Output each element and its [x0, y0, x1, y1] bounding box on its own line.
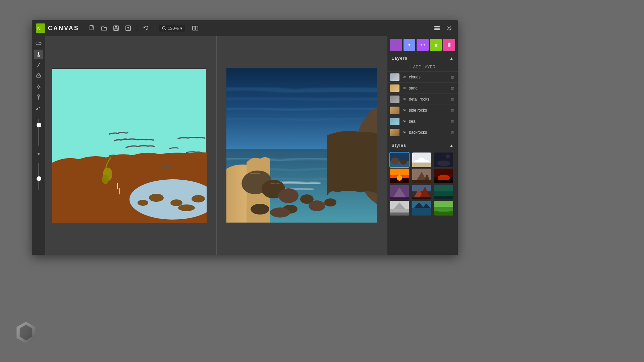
color-swatch-4[interactable] [430, 39, 442, 51]
brush-tool-button[interactable] [34, 50, 43, 59]
layer-delete-side-rocks[interactable]: 🗑 [450, 108, 455, 113]
svg-rect-4 [115, 26, 117, 27]
export-button[interactable] [123, 23, 133, 33]
style-clouds[interactable] [412, 153, 431, 167]
settings-button[interactable] [444, 23, 454, 33]
layer-visibility-sand[interactable]: 👁 [401, 85, 407, 91]
layer-visibility-clouds[interactable]: 👁 [401, 74, 407, 80]
main-content: ✦ ✦✦ Layers ▲ + ADD LAYER [32, 36, 458, 255]
style-sunset2[interactable] [434, 169, 453, 183]
layers-section-header[interactable]: Layers ▲ [387, 54, 458, 63]
svg-rect-5 [115, 28, 117, 30]
open-file-button[interactable] [99, 23, 109, 33]
panels-button[interactable] [432, 23, 442, 33]
layer-visibility-detail-rocks[interactable]: 👁 [401, 97, 407, 102]
layer-delete-backrocks[interactable]: 🗑 [450, 130, 455, 135]
style-teal[interactable] [434, 185, 453, 199]
layer-delete-sea[interactable]: 🗑 [450, 119, 455, 124]
svg-point-32 [149, 194, 164, 202]
layer-visibility-backrocks[interactable]: 👁 [401, 130, 407, 135]
layer-delete-detail-rocks[interactable]: 🗑 [450, 97, 455, 102]
style-misty[interactable] [390, 201, 409, 216]
svg-point-34 [192, 195, 205, 202]
svg-rect-13 [434, 28, 440, 29]
style-red-mountain[interactable] [412, 185, 431, 199]
eraser-tool-button[interactable] [34, 71, 43, 80]
layer-item-side-rocks[interactable]: 👁 side rocks 🗑 [387, 105, 458, 116]
style-dark[interactable] [434, 153, 453, 167]
svg-point-54 [391, 158, 399, 164]
styles-label: Styles [391, 143, 406, 148]
new-file-button[interactable] [87, 23, 97, 33]
drawing-canvas[interactable] [52, 68, 206, 223]
right-panel: ✦ ✦✦ Layers ▲ + ADD LAYER [387, 36, 458, 255]
styles-chevron-icon: ▲ [449, 143, 454, 148]
color-swatch-1[interactable] [390, 39, 402, 51]
zoom-value: 130% [168, 26, 179, 31]
style-purple-mountain[interactable] [390, 185, 409, 199]
svg-rect-10 [193, 26, 195, 30]
svg-point-23 [38, 95, 40, 97]
color-swatches: ✦ ✦✦ [387, 36, 458, 54]
svg-line-9 [165, 29, 166, 30]
svg-rect-2 [90, 25, 93, 30]
color-swatch-3[interactable]: ✦✦ [417, 39, 429, 51]
pencil-tool-button[interactable] [34, 60, 43, 70]
eyedropper-tool-button[interactable] [34, 93, 43, 102]
layer-thumb-backrocks [390, 129, 399, 136]
svg-rect-50 [448, 43, 450, 47]
style-sunset[interactable] [390, 169, 409, 183]
view-toggle-button[interactable] [191, 23, 200, 33]
layer-visibility-side-rocks[interactable]: 👁 [401, 108, 407, 113]
color-swatch-2[interactable]: ✦ [404, 39, 416, 51]
layer-visibility-sea[interactable]: 👁 [401, 119, 407, 124]
svg-point-60 [437, 161, 450, 166]
titlebar: N CANVAS 130% ▾ [32, 20, 458, 36]
svg-point-17 [38, 55, 40, 57]
zoom-control[interactable]: 130% ▾ [159, 25, 185, 32]
reference-panel [220, 53, 377, 238]
app-title: CANVAS [48, 25, 79, 32]
layer-item-detail-rocks[interactable]: 👁 detail rocks 🗑 [387, 94, 458, 105]
style-valley[interactable] [434, 201, 453, 216]
layer-thumb-detail-rocks [390, 96, 399, 103]
zoom-dropdown-icon: ▾ [180, 26, 182, 31]
smudge-tool-button[interactable] [34, 103, 43, 113]
style-rocky-coast[interactable] [390, 153, 409, 167]
svg-rect-82 [434, 185, 453, 191]
cloud-tool-button[interactable] [34, 39, 43, 48]
style-mountain[interactable] [412, 169, 431, 183]
svg-rect-69 [412, 180, 431, 183]
save-file-button[interactable] [111, 23, 121, 33]
app-window: N CANVAS 130% ▾ [32, 20, 458, 255]
svg-point-33 [170, 199, 182, 206]
svg-line-18 [38, 63, 40, 67]
svg-rect-94 [434, 201, 453, 207]
layer-item-sand[interactable]: 👁 sand 🗑 [387, 83, 458, 94]
layer-item-clouds[interactable]: 👁 clouds 🗑 [387, 72, 458, 83]
styles-section-header[interactable]: Styles ▲ [387, 141, 458, 150]
style-lake[interactable] [412, 201, 431, 216]
brush-size-slider-container [38, 119, 40, 190]
brush-opacity-slider[interactable] [38, 163, 39, 190]
svg-marker-49 [434, 43, 438, 47]
svg-rect-83 [434, 191, 453, 196]
layer-delete-sand[interactable]: 🗑 [450, 85, 455, 91]
add-layer-button[interactable]: + ADD LAYER [387, 63, 458, 72]
color-swatch-5[interactable] [443, 39, 455, 51]
layer-item-backrocks[interactable]: 👁 backrocks 🗑 [387, 127, 458, 138]
svg-point-36 [178, 204, 195, 211]
svg-text:N: N [37, 26, 41, 31]
svg-point-15 [448, 27, 450, 29]
svg-point-96 [436, 208, 451, 212]
layer-name-side-rocks: side rocks [409, 108, 448, 113]
svg-point-26 [36, 109, 38, 110]
titlebar-right [432, 23, 454, 33]
fill-tool-button[interactable] [34, 82, 43, 91]
layer-item-sea[interactable]: 👁 sea 🗑 [387, 116, 458, 127]
layer-thumb-sand [390, 84, 399, 92]
undo-button[interactable] [141, 23, 151, 33]
layer-delete-clouds[interactable]: 🗑 [450, 74, 455, 80]
brush-size-slider[interactable] [38, 119, 39, 146]
svg-rect-62 [390, 169, 409, 175]
